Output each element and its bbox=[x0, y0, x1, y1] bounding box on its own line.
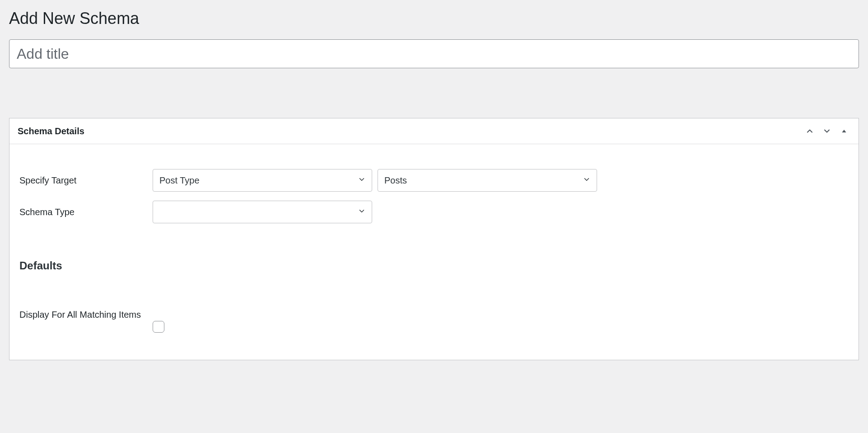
schema-type-select[interactable] bbox=[153, 201, 372, 223]
schema-type-select-wrap bbox=[153, 201, 372, 223]
defaults-heading: Defaults bbox=[19, 259, 849, 272]
schema-type-row: Schema Type bbox=[19, 201, 849, 223]
title-input[interactable] bbox=[9, 39, 859, 68]
move-down-button[interactable] bbox=[821, 125, 833, 137]
metabox-header: Schema Details bbox=[9, 118, 859, 144]
move-up-button[interactable] bbox=[803, 125, 816, 137]
toggle-panel-button[interactable] bbox=[838, 125, 850, 137]
schema-type-label: Schema Type bbox=[19, 207, 153, 217]
chevron-down-icon bbox=[822, 127, 831, 136]
metabox-controls bbox=[803, 125, 850, 137]
display-all-label: Display For All Matching Items bbox=[19, 308, 153, 321]
page-title: Add New Schema bbox=[9, 9, 859, 28]
target-value-select-wrap: Posts bbox=[378, 169, 597, 192]
metabox-title: Schema Details bbox=[18, 126, 84, 136]
metabox-body: Specify Target Post Type Posts bbox=[9, 144, 859, 360]
specify-target-row: Specify Target Post Type Posts bbox=[19, 169, 849, 192]
display-all-row: Display For All Matching Items bbox=[19, 308, 849, 333]
schema-details-metabox: Schema Details Specify Target bbox=[9, 118, 859, 360]
target-value-select[interactable]: Posts bbox=[378, 169, 597, 192]
display-all-checkbox[interactable] bbox=[153, 321, 164, 333]
triangle-up-icon bbox=[841, 128, 847, 134]
target-type-select[interactable]: Post Type bbox=[153, 169, 372, 192]
specify-target-label: Specify Target bbox=[19, 175, 153, 186]
chevron-up-icon bbox=[805, 127, 814, 136]
target-type-select-wrap: Post Type bbox=[153, 169, 372, 192]
